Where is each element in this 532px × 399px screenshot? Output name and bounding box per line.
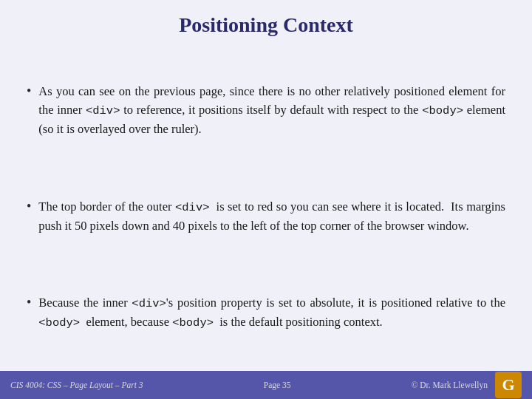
bullet-item-3: • Because the inner <div>'s position pro… xyxy=(27,293,505,332)
bullet-dot-3: • xyxy=(27,295,31,310)
code-div-2: <div> xyxy=(175,201,210,214)
footer-author: © Dr. Mark Llewellyn xyxy=(412,381,488,389)
code-div-3: <div> xyxy=(132,297,166,310)
slide-title: Positioning Context xyxy=(0,0,532,47)
bullet-dot-1: • xyxy=(27,83,31,99)
code-body-1: <body> xyxy=(422,104,463,117)
footer-page: Page 35 xyxy=(264,381,291,389)
footer-course: CIS 4004: CSS – Page Layout – Part 3 xyxy=(10,381,143,389)
code-body-3: <body> xyxy=(172,316,214,330)
code-div-1: <div> xyxy=(86,104,120,117)
slide-footer: CIS 4004: CSS – Page Layout – Part 3 Pag… xyxy=(0,371,532,399)
slide-content: • As you can see on the previous page, s… xyxy=(0,47,532,371)
bullet-item-1: • As you can see on the previous page, s… xyxy=(27,82,505,139)
footer-right-group: © Dr. Mark Llewellyn G xyxy=(412,372,522,398)
bullet-dot-2: • xyxy=(27,199,31,214)
footer-logo: G xyxy=(495,372,522,398)
bullet-text-3: Because the inner <div>'s position prope… xyxy=(38,293,505,332)
slide-container: Positioning Context • As you can see on … xyxy=(0,0,532,399)
bullet-text-1: As you can see on the previous page, sin… xyxy=(38,82,505,139)
bullet-item-2: • The top border of the outer <div> is s… xyxy=(27,197,505,236)
bullet-text-2: The top border of the outer <div> is set… xyxy=(38,197,505,236)
code-body-2: <body> xyxy=(38,316,80,330)
